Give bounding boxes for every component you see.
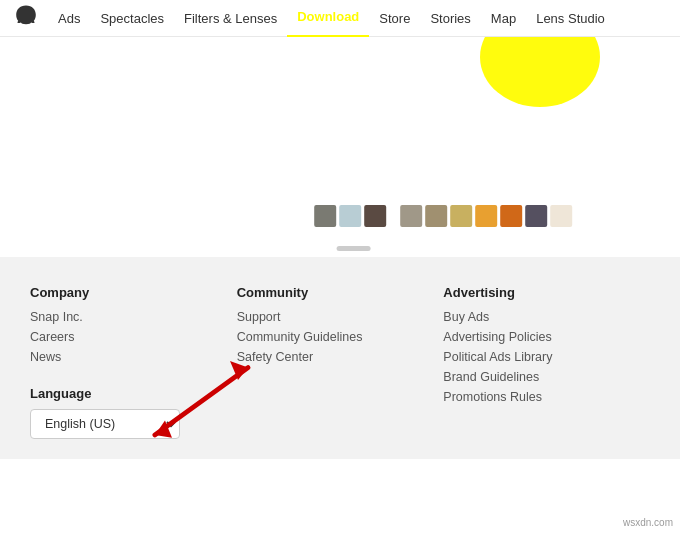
footer-link-advertising-policies[interactable]: Advertising Policies (443, 330, 650, 344)
swatch-6 (450, 205, 472, 227)
language-select[interactable]: English (US) Español Français Deutsch (30, 409, 180, 439)
footer-col-company: Company Snap Inc. Careers News Language … (30, 285, 237, 439)
nav-ads[interactable]: Ads (48, 0, 90, 37)
svg-point-0 (480, 37, 600, 107)
nav-spectacles[interactable]: Spectacles (90, 0, 174, 37)
nav-lens-studio[interactable]: Lens Studio (526, 0, 615, 37)
footer-columns: Company Snap Inc. Careers News Language … (30, 285, 650, 439)
footer-link-community-guidelines[interactable]: Community Guidelines (237, 330, 444, 344)
footer-community-title: Community (237, 285, 444, 300)
footer-link-news[interactable]: News (30, 350, 237, 364)
swatch-9 (525, 205, 547, 227)
footer-link-support[interactable]: Support (237, 310, 444, 324)
swatch-5 (425, 205, 447, 227)
navbar: Ads Spectacles Filters & Lenses Download… (0, 0, 680, 37)
swatch-7 (475, 205, 497, 227)
language-label: Language (30, 386, 237, 401)
footer-col-community: Community Support Community Guidelines S… (237, 285, 444, 439)
footer-link-careers[interactable]: Careers (30, 330, 237, 344)
footer-link-brand-guidelines[interactable]: Brand Guidelines (443, 370, 650, 384)
footer-link-political-ads[interactable]: Political Ads Library (443, 350, 650, 364)
swatch-10 (550, 205, 572, 227)
nav-store[interactable]: Store (369, 0, 420, 37)
scrollbar-thumb[interactable] (337, 246, 371, 251)
footer-advertising-title: Advertising (443, 285, 650, 300)
footer-link-promotions-rules[interactable]: Promotions Rules (443, 390, 650, 404)
nav-links: Ads Spectacles Filters & Lenses Download… (48, 0, 615, 37)
nav-map[interactable]: Map (481, 0, 526, 37)
snapchat-logo[interactable] (12, 4, 40, 32)
nav-filters-lenses[interactable]: Filters & Lenses (174, 0, 287, 37)
footer-link-safety-center[interactable]: Safety Center (237, 350, 444, 364)
footer-link-snap-inc[interactable]: Snap Inc. (30, 310, 237, 324)
nav-download[interactable]: Download (287, 0, 369, 37)
swatch-1 (314, 205, 336, 227)
swatch-8 (500, 205, 522, 227)
footer-link-buy-ads[interactable]: Buy Ads (443, 310, 650, 324)
language-section: Language English (US) Español Français D… (30, 386, 237, 439)
footer-company-title: Company (30, 285, 237, 300)
swatch-4 (400, 205, 422, 227)
nav-stories[interactable]: Stories (420, 0, 480, 37)
swatch-2 (339, 205, 361, 227)
snapchat-illustration (440, 37, 600, 157)
watermark: wsxdn.com (620, 516, 676, 529)
footer-col-advertising: Advertising Buy Ads Advertising Policies… (443, 285, 650, 439)
color-swatches (314, 205, 572, 227)
swatch-3 (364, 205, 386, 227)
footer-wrapper: Company Snap Inc. Careers News Language … (0, 257, 680, 459)
main-content (0, 37, 680, 257)
footer: Company Snap Inc. Careers News Language … (0, 257, 680, 459)
